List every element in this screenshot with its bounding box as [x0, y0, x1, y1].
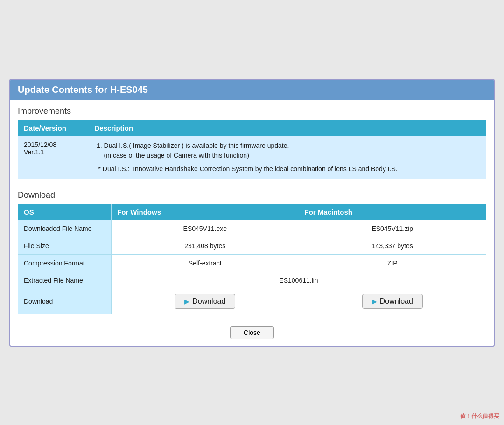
value-extracted-file-name: ES100611.lin — [112, 272, 486, 289]
download-windows-cell: ▶ Download — [112, 289, 299, 314]
col-description: Description — [89, 120, 486, 136]
value-downloaded-file-mac: ES045V11.zip — [299, 220, 486, 237]
label-extracted-file-name: Extracted File Name — [18, 272, 112, 289]
play-icon-windows: ▶ — [184, 298, 189, 305]
play-icon-mac: ▶ — [372, 298, 377, 305]
value-compression-mac: ZIP — [299, 254, 486, 272]
row-extracted-file-name: Extracted File Name ES100611.lin — [18, 272, 486, 289]
value-file-size-windows: 231,408 bytes — [112, 237, 299, 254]
footer: Close — [10, 318, 494, 346]
dialog-title: Update Contents for H-ES045 — [10, 80, 494, 100]
download-button-windows-label: Download — [192, 297, 225, 306]
label-downloaded-file-name: Downloaded File Name — [18, 220, 112, 237]
label-compression-format: Compression Format — [18, 254, 112, 272]
row-download: Download ▶ Download ▶ Download — [18, 289, 486, 314]
row-file-size: File Size 231,408 bytes 143,337 bytes — [18, 237, 486, 254]
value-downloaded-file-windows: ES045V11.exe — [112, 220, 299, 237]
download-label: Download — [18, 190, 486, 200]
value-compression-windows: Self-extract — [112, 254, 299, 272]
update-dialog: Update Contents for H-ES045 Improvements… — [9, 79, 495, 347]
header-windows: For Windows — [112, 204, 299, 220]
row-downloaded-file-name: Downloaded File Name ES045V11.exe ES045V… — [18, 220, 486, 237]
download-button-mac-label: Download — [380, 297, 413, 306]
improvements-section: Improvements Date/Version Description 20… — [10, 100, 494, 183]
label-download: Download — [18, 289, 112, 314]
improvements-date: 2015/12/08Ver.1.1 — [18, 136, 89, 179]
row-compression-format: Compression Format Self-extract ZIP — [18, 254, 486, 272]
value-file-size-mac: 143,337 bytes — [299, 237, 486, 254]
header-os: OS — [18, 204, 112, 220]
improvements-description: Dual I.S.( Image Stabilizer ) is availab… — [89, 136, 486, 179]
close-button[interactable]: Close — [230, 326, 274, 339]
download-table: OS For Windows For Macintosh Downloaded … — [18, 204, 486, 314]
col-date-version: Date/Version — [18, 120, 89, 136]
improvements-table: Date/Version Description 2015/12/08Ver.1… — [18, 120, 486, 179]
improvements-row: 2015/12/08Ver.1.1 Dual I.S.( Image Stabi… — [18, 136, 486, 179]
download-mac-cell: ▶ Download — [299, 289, 486, 314]
download-button-windows[interactable]: ▶ Download — [175, 294, 235, 309]
download-section: Download OS For Windows For Macintosh Do… — [10, 183, 494, 318]
desc-note: * Dual I.S.: Innovative Handshake Correc… — [98, 164, 480, 174]
improvements-label: Improvements — [18, 106, 486, 116]
header-mac: For Macintosh — [299, 204, 486, 220]
watermark: 值！什么值得买 — [460, 412, 499, 420]
download-button-mac[interactable]: ▶ Download — [362, 294, 423, 309]
desc-item-1: Dual I.S.( Image Stabilizer ) is availab… — [104, 141, 480, 160]
label-file-size: File Size — [18, 237, 112, 254]
